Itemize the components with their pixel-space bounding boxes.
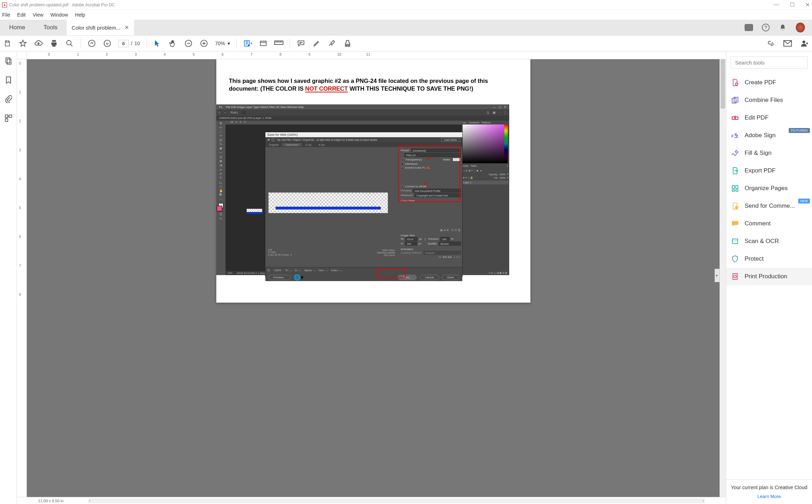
- tool-print[interactable]: Print Production: [726, 268, 812, 285]
- hand-icon[interactable]: [168, 39, 178, 48]
- tool-protect[interactable]: Protect: [726, 250, 812, 268]
- menu-file[interactable]: File: [2, 12, 10, 18]
- comment-note-icon[interactable]: [296, 39, 306, 48]
- svg-rect-22: [732, 186, 734, 188]
- tool-sign[interactable]: xAdobe SignFEATURED: [726, 127, 812, 144]
- ps-back-icon: ◀: [267, 138, 269, 141]
- svg-rect-7: [260, 41, 266, 46]
- layers-icon[interactable]: [4, 114, 13, 123]
- tool-export[interactable]: Export PDF: [726, 162, 812, 180]
- vertical-scrollbar[interactable]: [720, 59, 726, 497]
- zoom-out-icon[interactable]: [184, 39, 193, 48]
- read-mode-icon[interactable]: [259, 39, 268, 48]
- menu-edit[interactable]: Edit: [17, 12, 26, 18]
- page-current-input[interactable]: [118, 40, 129, 47]
- stamp-icon[interactable]: [343, 39, 352, 48]
- ps-doc-tab: UNDERLINES.psd @ 25% (Layer 1, RGB: [216, 116, 509, 121]
- plan-info: Your current plan is Creative Cloud Lear…: [726, 479, 812, 504]
- page-canvas[interactable]: This page shows how I saved graphic #2 a…: [27, 59, 720, 497]
- attachments-icon[interactable]: [4, 95, 13, 104]
- tool-label: Send for Comme...: [745, 202, 795, 210]
- svg-rect-25: [736, 190, 738, 192]
- tool-label: Organize Pages: [745, 185, 788, 192]
- account-avatar[interactable]: [796, 23, 805, 32]
- tool-label: Fill & Sign: [745, 150, 772, 157]
- measure-icon[interactable]: [274, 39, 283, 48]
- pdf-page: This page shows how I saved graphic #2 a…: [216, 59, 530, 303]
- tool-send[interactable]: Send for Comme...NEW: [726, 197, 812, 215]
- tool-badge: FEATURED: [789, 128, 810, 133]
- tab-home[interactable]: Home: [0, 20, 34, 35]
- search-tools-input[interactable]: [730, 56, 808, 69]
- page-down-icon[interactable]: [103, 39, 112, 48]
- sfw-preview-button[interactable]: Preview...: [268, 275, 291, 280]
- tool-label: Export PDF: [745, 167, 776, 174]
- tool-scan[interactable]: Scan & OCR: [726, 232, 812, 250]
- svg-rect-24: [732, 190, 734, 192]
- save-for-web-dialog: Save for Web (100%) ◀ i Tip: Use File > …: [265, 132, 463, 277]
- fill-icon: [731, 149, 739, 157]
- tool-combine[interactable]: Combine Files: [726, 91, 812, 109]
- tool-badge: NEW: [798, 199, 810, 204]
- svg-rect-19: [732, 117, 735, 119]
- sign-pen-icon[interactable]: [327, 39, 337, 48]
- notifications-speech-icon[interactable]: [744, 23, 753, 32]
- sfw-done-button[interactable]: Done: [442, 275, 459, 280]
- tool-label: Create PDF: [745, 79, 776, 86]
- zoom-dropdown[interactable]: 70% ▾: [215, 41, 230, 46]
- window-close-button[interactable]: ✕: [805, 1, 810, 8]
- svg-point-10: [802, 41, 805, 43]
- fit-width-icon[interactable]: ▾: [243, 39, 252, 48]
- bookmark-icon[interactable]: [4, 75, 13, 85]
- zoom-in-icon[interactable]: [199, 39, 209, 48]
- tool-edit[interactable]: Edit PDF: [726, 109, 812, 127]
- ps-logo-icon: Ps: [219, 105, 222, 109]
- comment-icon: [731, 220, 739, 227]
- svg-point-0: [67, 41, 71, 45]
- svg-rect-14: [9, 115, 11, 117]
- tab-tools[interactable]: Tools: [34, 20, 67, 35]
- page-indicator: / 10: [118, 40, 140, 47]
- sfw-learn-more[interactable]: Learn More: [441, 138, 460, 142]
- menu-window[interactable]: Window: [50, 12, 68, 18]
- star-icon[interactable]: [18, 39, 28, 48]
- bell-icon[interactable]: [778, 23, 787, 32]
- svg-point-29: [734, 275, 736, 278]
- tab-document[interactable]: Color shift problem... ✕: [67, 20, 134, 35]
- tool-create[interactable]: Create PDF: [726, 74, 812, 91]
- email-icon[interactable]: [783, 39, 792, 48]
- tab-document-label: Color shift problem...: [72, 25, 120, 31]
- sfw-cancel-button[interactable]: Cancel: [420, 275, 439, 280]
- print-icon: [731, 273, 739, 280]
- cloud-upload-icon[interactable]: [34, 39, 43, 48]
- plan-learn-more-link[interactable]: Learn More: [730, 494, 808, 499]
- window-title: Color shift problem-updated.pdf - Adobe …: [9, 2, 115, 7]
- page-sep: /: [131, 41, 132, 46]
- share-people-icon[interactable]: [800, 39, 809, 48]
- menu-view[interactable]: View: [33, 12, 43, 18]
- tool-fill[interactable]: Fill & Sign: [726, 144, 812, 162]
- tool-organize[interactable]: Organize Pages: [726, 180, 812, 197]
- right-pane-toggle[interactable]: ▸: [715, 269, 720, 282]
- menu-help[interactable]: Help: [75, 12, 85, 18]
- svg-point-1: [89, 40, 95, 47]
- link-icon[interactable]: [766, 39, 775, 48]
- svg-rect-12: [7, 59, 11, 65]
- horizontal-scrollbar[interactable]: ‹›: [88, 498, 705, 503]
- sign-icon: x: [731, 132, 739, 139]
- protect-icon: [731, 255, 739, 263]
- highlight-icon[interactable]: [312, 39, 321, 48]
- vertical-ruler: 012345678: [17, 59, 27, 497]
- window-maximize-button[interactable]: ☐: [790, 1, 795, 8]
- svg-rect-13: [5, 115, 7, 117]
- page-up-icon[interactable]: [87, 39, 96, 48]
- help-icon[interactable]: ?: [762, 24, 770, 31]
- window-minimize-button[interactable]: —: [774, 1, 779, 8]
- save-icon[interactable]: [3, 39, 12, 48]
- pointer-icon[interactable]: [153, 39, 162, 48]
- tab-close-icon[interactable]: ✕: [125, 24, 129, 31]
- search-icon[interactable]: [65, 39, 74, 48]
- thumbnails-icon[interactable]: [4, 56, 13, 66]
- tool-comment[interactable]: Comment: [726, 215, 812, 232]
- print-icon[interactable]: [49, 39, 59, 48]
